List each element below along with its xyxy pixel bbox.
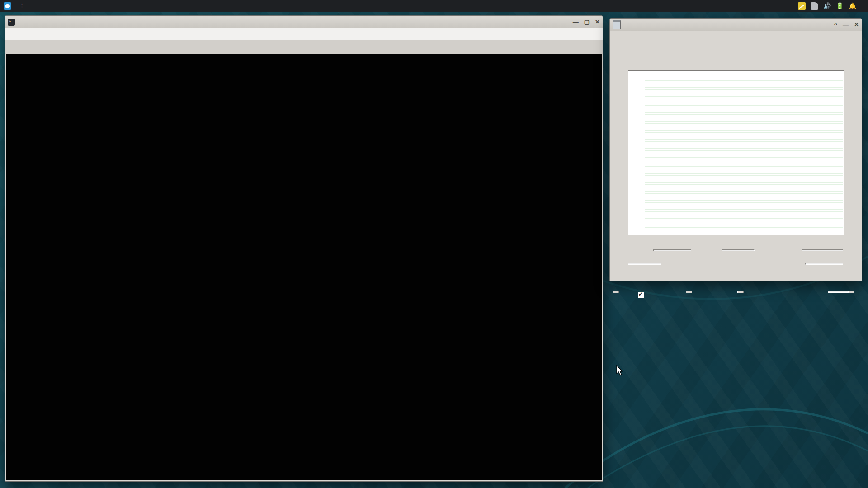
terminal-menubar <box>5 28 603 40</box>
notes-tray-icon[interactable] <box>798 2 806 10</box>
offchart-neg-count <box>628 263 661 265</box>
histogram-plot <box>645 80 843 230</box>
terminal-tabbar <box>5 40 603 54</box>
max-value <box>802 249 843 251</box>
maximize-button[interactable]: ▢ <box>584 19 590 25</box>
volume-icon[interactable]: 🔊 <box>823 2 831 10</box>
latency-window-icon <box>613 20 621 29</box>
minimize-button[interactable]: — <box>573 19 579 25</box>
close-button[interactable]: ✕ <box>854 21 859 28</box>
close-button[interactable]: ✕ <box>595 19 600 25</box>
minimize-button[interactable]: — <box>843 21 849 28</box>
ylogscale-checkbox[interactable] <box>638 292 646 299</box>
latency-titlebar[interactable]: ^ — ✕ <box>610 19 862 31</box>
mouse-cursor <box>616 365 624 379</box>
glxgears-button[interactable] <box>737 291 744 293</box>
top-panel: ⋮ 🔊 🔋 🔔 <box>0 0 868 12</box>
system-tray: 🔊 🔋 🔔 <box>798 2 856 10</box>
exit-button[interactable] <box>848 291 854 293</box>
btop-monitor <box>6 54 602 480</box>
applications-menu-button[interactable] <box>0 0 18 12</box>
sdev-value <box>722 249 755 251</box>
checkbox-icon <box>638 292 644 298</box>
shade-button[interactable]: ^ <box>834 21 838 28</box>
terminal-window-icon <box>8 19 15 26</box>
xfce-logo-icon <box>4 2 11 10</box>
panel-separator: ⋮ <box>19 3 24 9</box>
battery-icon[interactable]: 🔋 <box>836 2 844 10</box>
offchart-pos-count <box>805 263 843 265</box>
screenshooter-tray-icon[interactable] <box>811 2 818 10</box>
terminal-window: — ▢ ✕ <box>5 15 603 482</box>
notifications-bell-icon[interactable]: 🔔 <box>849 2 856 10</box>
latency-histogram-window: ^ — ✕ <box>609 18 862 281</box>
histogram-chart-frame <box>628 70 844 235</box>
screenshot-button[interactable] <box>686 291 692 293</box>
reset-button[interactable] <box>613 291 619 293</box>
terminal-titlebar[interactable]: — ▢ ✕ <box>5 16 603 28</box>
min-value <box>653 249 691 251</box>
